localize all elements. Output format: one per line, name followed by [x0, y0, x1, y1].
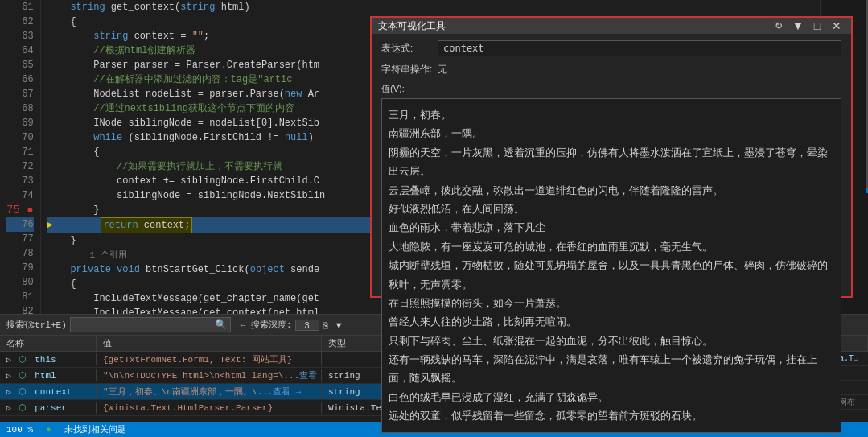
locals-name-context: ▷ ⬡ context	[0, 385, 97, 398]
search-options-button[interactable]: ▼	[331, 319, 347, 332]
code-line-61: string get_context(string html)	[47, 0, 820, 14]
obj-icon-this: ⬡	[19, 355, 27, 365]
expand-arrow-context: ▷	[6, 388, 11, 397]
stringop-value: 无	[438, 63, 447, 76]
line-numbers: 61 62 63 64 65 66 67 68 69 70 71 72 73 7…	[0, 0, 41, 314]
locals-value-this: {getTxtFromNet.Form1, Text: 网站工具}	[97, 352, 322, 366]
search-depth-input[interactable]	[295, 320, 319, 331]
main-container: 61 62 63 64 65 66 67 68 69 70 71 72 73 7…	[0, 0, 868, 437]
visualizer-titlebar: 文本可视化工具 ↻ ▼ □ ✕	[372, 18, 851, 34]
editor-area: 61 62 63 64 65 66 67 68 69 70 71 72 73 7…	[0, 0, 868, 314]
locals-name-html: ▷ ⬡ html	[0, 369, 97, 381]
status-indicator: ●	[46, 425, 51, 435]
visualizer-close-button[interactable]: ✕	[829, 18, 845, 34]
search-icon[interactable]: 🔍	[215, 319, 227, 331]
visualizer-stringop-row: 字符串操作: 无	[381, 63, 841, 76]
obj-icon-context: ⬡	[19, 387, 27, 397]
locals-value-html: "\n\n<!DOCTYPE html>\n<html lang=\... 查看…	[97, 369, 322, 382]
locals-value-parser: {Winista.Text.HtmlParser.Parser}	[97, 402, 322, 414]
visualizer-minimize-button[interactable]: ▼	[790, 18, 806, 34]
locals-name-this: ▷ ⬡ this	[0, 353, 97, 365]
obj-icon-html: ⬡	[19, 371, 27, 381]
copy-button[interactable]: ⎘	[319, 319, 331, 332]
visualizer-text-content: 三月，初春。 南疆洲东部，一隅。 阴霾的天空，一片灰黑，透着沉重的压抑，仿佛有人…	[381, 98, 841, 433]
expression-input[interactable]	[438, 40, 841, 56]
visualizer-maximize-button[interactable]: □	[809, 18, 825, 34]
zoom-level: 100 %	[6, 425, 33, 435]
visualizer-dialog: 文本可视化工具 ↻ ▼ □ ✕ 表达式: 字符串操作: 无	[370, 16, 853, 298]
visualizer-refresh-button[interactable]: ↻	[771, 18, 787, 34]
visualizer-title: 文本可视化工具	[378, 19, 446, 33]
obj-icon-parser: ⬡	[19, 403, 27, 413]
visualizer-body: 表达式: 字符串操作: 无 值(V): 三月，初春。 南疆洲东部，一隅。 阴霾的…	[372, 34, 851, 437]
locals-value-context: "三月，初春。\n南疆洲东部，一隅。\... 查看 →	[97, 385, 322, 398]
visualizer-controls: ↻ ▼ □ ✕	[771, 18, 845, 34]
value-label: 值(V):	[381, 83, 841, 95]
locals-value-header: 值	[97, 336, 322, 351]
locals-name-header: 名称	[0, 336, 97, 351]
expand-arrow-this: ▷	[6, 356, 11, 365]
visualizer-expression-row: 表达式:	[381, 40, 841, 56]
expression-label: 表达式:	[381, 42, 438, 56]
stringop-label: 字符串操作:	[381, 63, 438, 76]
expand-arrow-html: ▷	[6, 372, 11, 381]
status-text: 未找到相关问题	[64, 423, 126, 435]
search-depth-label: ← 搜索深度:	[241, 319, 292, 331]
locals-name-parser: ▷ ⬡ parser	[0, 402, 97, 414]
search-input[interactable]	[74, 320, 215, 330]
expand-arrow-parser: ▷	[6, 404, 11, 413]
search-input-wrap[interactable]: 🔍	[70, 317, 231, 332]
